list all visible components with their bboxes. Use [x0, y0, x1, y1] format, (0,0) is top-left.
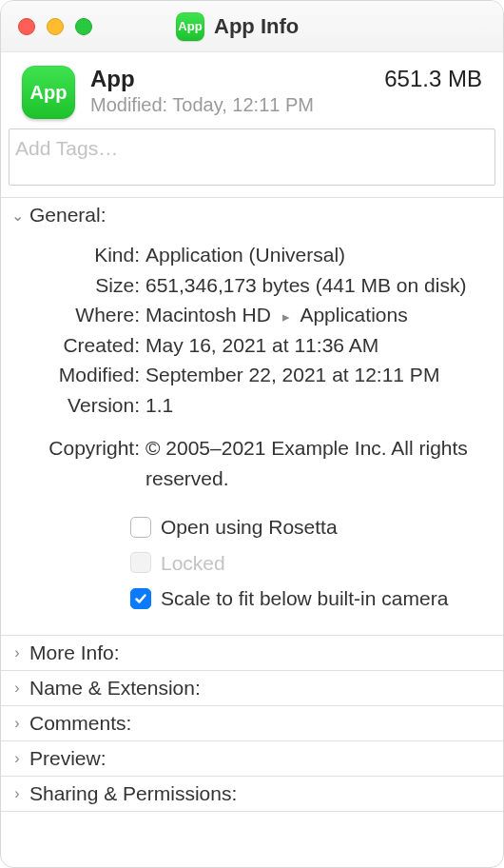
header-meta: App Modified: Today, 12:11 PM: [90, 66, 369, 116]
sections: ⌄ General: Kind: Application (Universal)…: [1, 197, 503, 867]
app-name: App: [90, 66, 369, 92]
rosetta-row: Open using Rosetta: [16, 512, 488, 542]
chevron-right-icon: ›: [10, 715, 24, 732]
info-window: App App Info App App Modified: Today, 12…: [0, 0, 504, 868]
locked-label: Locked: [161, 548, 225, 579]
where-root: Macintosh HD: [145, 304, 271, 326]
section-more-info-title: More Info:: [29, 641, 120, 664]
created-value: May 16, 2021 at 11:36 AM: [145, 330, 488, 361]
scale-checkbox[interactable]: [130, 588, 151, 609]
tags-input[interactable]: [9, 128, 495, 186]
section-general-header[interactable]: ⌄ General:: [1, 198, 503, 232]
section-preview-title: Preview:: [29, 747, 107, 770]
close-button[interactable]: [18, 18, 35, 35]
created-label: Created:: [16, 330, 145, 361]
titlebar: App App Info: [1, 1, 503, 52]
rosetta-label: Open using Rosetta: [161, 512, 338, 542]
chevron-down-icon: ⌄: [10, 207, 24, 225]
chevron-right-icon: ›: [10, 785, 24, 802]
section-more-info: › More Info:: [1, 635, 503, 670]
version-value: 1.1: [145, 390, 488, 421]
version-label: Version:: [16, 390, 145, 421]
section-name-ext-title: Name & Extension:: [29, 677, 201, 700]
section-general-title: General:: [29, 204, 107, 227]
header-modified: Modified: Today, 12:11 PM: [90, 94, 369, 116]
chevron-right-icon: ›: [10, 680, 24, 697]
section-comments-title: Comments:: [29, 712, 131, 735]
header-modified-value: Today, 12:11 PM: [172, 94, 314, 115]
kind-label: Kind:: [16, 240, 145, 270]
app-icon: App: [176, 12, 204, 41]
zoom-button[interactable]: [75, 18, 92, 35]
section-sharing-header[interactable]: › Sharing & Permissions:: [1, 777, 503, 811]
section-sharing: › Sharing & Permissions:: [1, 776, 503, 812]
window-title: App Info: [214, 14, 299, 39]
section-general: ⌄ General: Kind: Application (Universal)…: [1, 197, 503, 635]
section-comments: › Comments:: [1, 705, 503, 740]
chevron-right-icon: ›: [10, 644, 24, 661]
copyright-value: © 2005–2021 Example Inc. All rights rese…: [145, 433, 488, 493]
section-name-ext: › Name & Extension:: [1, 670, 503, 705]
rosetta-checkbox[interactable]: [130, 517, 151, 538]
minimize-button[interactable]: [47, 18, 64, 35]
section-preview-header[interactable]: › Preview:: [1, 741, 503, 776]
kind-value: Application (Universal): [145, 240, 488, 270]
tags-field-wrap: [9, 128, 495, 186]
scale-row: Scale to fit below built-in camera: [16, 583, 488, 614]
chevron-right-icon: ›: [10, 750, 24, 767]
modified-value: September 22, 2021 at 12:11 PM: [145, 360, 488, 390]
size-value: 651,346,173 bytes (441 MB on disk): [145, 270, 488, 301]
section-general-body: Kind: Application (Universal) Size: 651,…: [1, 232, 503, 635]
section-comments-header[interactable]: › Comments:: [1, 706, 503, 740]
section-sharing-title: Sharing & Permissions:: [29, 782, 237, 805]
locked-row: Locked: [16, 548, 488, 579]
section-name-ext-header[interactable]: › Name & Extension:: [1, 671, 503, 705]
modified-label: Modified:: [16, 360, 145, 390]
size-label: Size:: [16, 270, 145, 301]
header-modified-label: Modified:: [90, 94, 167, 115]
scale-label: Scale to fit below built-in camera: [161, 583, 448, 614]
where-folder: Applications: [300, 304, 407, 326]
locked-checkbox: [130, 552, 151, 573]
where-label: Where:: [16, 300, 145, 330]
section-preview: › Preview:: [1, 740, 503, 776]
where-value: Macintosh HD ▸ Applications: [145, 300, 488, 330]
header: App App Modified: Today, 12:11 PM 651.3 …: [1, 52, 503, 128]
section-more-info-header[interactable]: › More Info:: [1, 636, 503, 670]
traffic-lights: [18, 18, 92, 35]
copyright-label: Copyright:: [16, 433, 145, 493]
where-separator-icon: ▸: [282, 308, 290, 325]
title-area: App App Info: [176, 12, 299, 41]
app-icon-large: App: [22, 66, 75, 119]
header-size: 651.3 MB: [384, 66, 482, 92]
